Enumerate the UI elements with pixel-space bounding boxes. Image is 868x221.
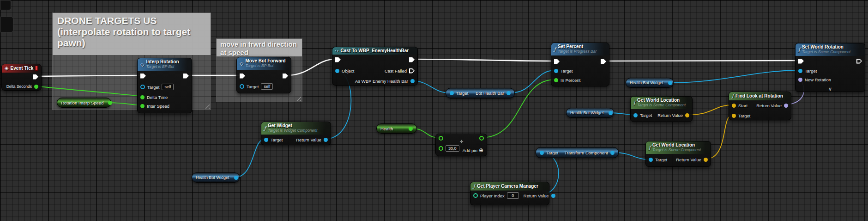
variable-output-pin[interactable] bbox=[668, 81, 672, 85]
player-index-pin[interactable] bbox=[473, 193, 478, 198]
exec-out-pin[interactable] bbox=[409, 57, 415, 62]
node-find-look-at-rotation[interactable]: ƒ Find Look at Rotation Start Return Val… bbox=[729, 92, 791, 120]
node-cast-to-wbp-enemyhealthbar[interactable]: ↪ Cast To WBP_EnemyHealthBar Object Cast… bbox=[332, 47, 418, 86]
variable-label: Health bbox=[380, 126, 393, 131]
target-pin[interactable] bbox=[264, 138, 268, 142]
node-set-world-rotation[interactable]: ƒ Set World Rotation Target is Scene Com… bbox=[795, 43, 865, 92]
variable-output-pin[interactable] bbox=[234, 176, 238, 180]
variable-rotation-interp-speed[interactable]: Rotation Interp Speed bbox=[57, 98, 111, 108]
node-get-widget[interactable]: ƒ Get Widget Target is Widget Component … bbox=[261, 122, 331, 145]
node-title: Set World Rotation bbox=[802, 44, 850, 49]
node-divide[interactable]: ÷ 30,0 Add pin ⊕ bbox=[435, 134, 487, 156]
node-subtitle: Target is Widget Component bbox=[268, 128, 317, 133]
delta-seconds-pin[interactable] bbox=[34, 85, 38, 89]
return-value-pin[interactable] bbox=[784, 104, 788, 108]
pin-label: In Percent bbox=[561, 78, 580, 83]
target-pin[interactable] bbox=[732, 114, 736, 118]
variable-health-bot-widget[interactable]: Health Bot Widget bbox=[626, 78, 674, 88]
return-value-pin[interactable] bbox=[324, 138, 328, 142]
target-value-box[interactable]: self bbox=[261, 83, 273, 90]
exec-out-pin[interactable] bbox=[33, 74, 38, 80]
divide-output-pin[interactable] bbox=[479, 136, 484, 141]
node-title: Set Percent bbox=[558, 44, 597, 49]
wire-exec bbox=[411, 59, 555, 61]
pin-label: Start bbox=[738, 103, 747, 108]
return-value-pin[interactable] bbox=[551, 194, 555, 198]
variable-label: Health Bot Widget bbox=[196, 175, 229, 180]
node-title: Get Widget bbox=[268, 123, 317, 128]
target-pin[interactable] bbox=[140, 85, 145, 89]
variable-health-bot-widget[interactable]: Health Bot Widget bbox=[192, 172, 240, 183]
node-subtitle: Target is Scene Component bbox=[652, 147, 701, 153]
return-value-pin[interactable] bbox=[704, 158, 708, 162]
variable-label: Bot Health Bar bbox=[476, 91, 504, 96]
target-pin[interactable] bbox=[649, 158, 653, 162]
variable-output-pin[interactable] bbox=[108, 101, 112, 105]
cast-failed-pin[interactable] bbox=[409, 68, 415, 74]
wire-object bbox=[615, 153, 650, 160]
chevron-down-icon[interactable]: ∨ bbox=[796, 86, 865, 92]
new-rotation-pin[interactable] bbox=[798, 78, 802, 82]
node-set-percent[interactable]: ƒ Set Percent Target is Progress Bar Tar… bbox=[551, 43, 609, 86]
divide-input-b-pin[interactable] bbox=[439, 146, 443, 151]
delta-time-pin[interactable] bbox=[140, 95, 145, 99]
node-title: Get Player Camera Manager bbox=[477, 184, 538, 189]
pin-label: Target bbox=[640, 113, 652, 118]
variable-health-bot-widget[interactable]: Health Bot Widget bbox=[566, 108, 614, 118]
inter-speed-pin[interactable] bbox=[140, 104, 145, 108]
pin-label: Return Value bbox=[756, 103, 782, 108]
target-value-box[interactable]: self bbox=[162, 84, 174, 90]
node-get-player-camera-manager[interactable]: ƒ Get Player Camera Manager Player Index… bbox=[470, 182, 549, 205]
pin-label: Target bbox=[738, 113, 750, 118]
node-title: Move Bot Forward bbox=[245, 58, 285, 63]
pin-label: Return Value bbox=[524, 193, 549, 198]
function-icon: ƒ bbox=[649, 145, 651, 151]
offscreen-node[interactable] bbox=[0, 0, 11, 10]
pin-label: Target bbox=[147, 85, 159, 90]
in-percent-pin[interactable] bbox=[554, 78, 558, 82]
exec-out-pin[interactable] bbox=[183, 74, 189, 79]
offscreen-node[interactable] bbox=[0, 17, 13, 32]
as-wbp-enemy-health-bar-pin[interactable] bbox=[410, 79, 415, 83]
node-title: Event Tick bbox=[10, 66, 33, 71]
target-pin[interactable] bbox=[798, 69, 802, 73]
node-get-world-location-top[interactable]: ƒ Get World Location Target is Scene Com… bbox=[630, 96, 693, 122]
variable-output-pin[interactable] bbox=[506, 91, 511, 95]
variable-bot-health-bar[interactable]: Target Bot Health Bar bbox=[446, 88, 515, 98]
add-pin-button[interactable]: Add pin ⊕ bbox=[463, 147, 483, 153]
target-pin[interactable] bbox=[633, 113, 638, 117]
return-value-pin[interactable] bbox=[685, 113, 689, 117]
object-pin[interactable] bbox=[335, 69, 339, 73]
variable-label: Rotation Interp Speed bbox=[61, 100, 103, 105]
function-icon: ƒ bbox=[798, 47, 800, 53]
node-move-bot-forward[interactable]: ◇ Move Bot Forward Target is BP Bot Targ… bbox=[236, 57, 291, 93]
pin-label: Target bbox=[456, 91, 468, 96]
node-subtitle: Target is Scene Component bbox=[637, 103, 686, 108]
pin-label: As WBP Enemy Health Bar bbox=[355, 79, 408, 84]
target-pin[interactable] bbox=[554, 69, 558, 73]
function-icon: ƒ bbox=[473, 183, 475, 189]
exec-out-pin[interactable] bbox=[601, 59, 606, 64]
variable-output-pin[interactable] bbox=[409, 127, 413, 131]
variable-output-pin[interactable] bbox=[609, 111, 613, 115]
node-interp-rotation[interactable]: ◇ Interp Rotation Target is BP Bot Targe… bbox=[137, 58, 192, 113]
blueprint-canvas[interactable]: DRONE TARGETS US (interpolate rotation t… bbox=[0, 0, 868, 221]
exec-out-pin[interactable] bbox=[283, 74, 288, 79]
variable-output-pin[interactable] bbox=[610, 151, 615, 155]
event-enabled-indicator[interactable] bbox=[35, 66, 38, 71]
target-pin[interactable] bbox=[240, 84, 244, 89]
variable-transform-component[interactable]: Target Transform Component bbox=[536, 147, 619, 158]
divide-value-box[interactable]: 30,0 bbox=[446, 145, 459, 152]
variable-health[interactable]: Health bbox=[376, 123, 417, 134]
start-pin[interactable] bbox=[732, 104, 736, 108]
node-title: Interp Rotation bbox=[146, 59, 179, 64]
node-get-world-location-bottom[interactable]: ƒ Get World Location Target is Scene Com… bbox=[645, 141, 711, 167]
variable-target-pin[interactable] bbox=[450, 91, 454, 95]
variable-target-pin[interactable] bbox=[540, 151, 544, 155]
pin-label: Inter Speed bbox=[147, 104, 169, 109]
function-icon: ◇ bbox=[140, 61, 144, 68]
exec-out-pin[interactable] bbox=[856, 59, 862, 64]
node-event-tick[interactable]: ◈ Event Tick Delta Seconds bbox=[1, 64, 42, 91]
player-index-value-box[interactable]: 0 bbox=[507, 192, 519, 199]
pin-label: Target bbox=[546, 150, 558, 155]
